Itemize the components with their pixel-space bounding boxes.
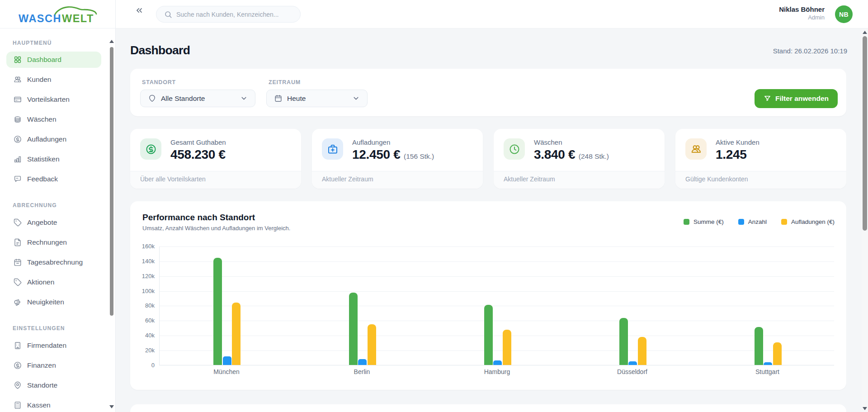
svg-text:WELT: WELT xyxy=(62,13,94,24)
svg-text:WASCH: WASCH xyxy=(19,13,61,24)
